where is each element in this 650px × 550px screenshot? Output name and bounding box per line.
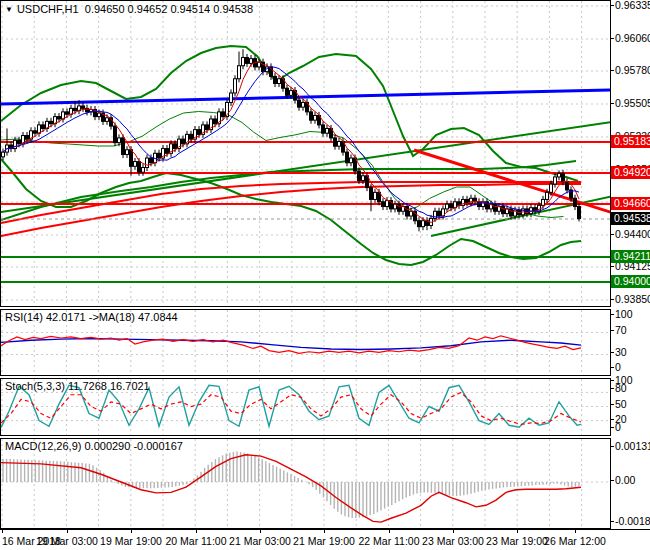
time-tick: [453, 530, 454, 533]
support-price-label: 0.94000: [611, 275, 650, 288]
rsi-indicator-panel[interactable]: RSI(14) 42.0171 ->MA(18) 47.0844: [0, 309, 611, 376]
time-tick-label: 22 Mar 11:00: [358, 535, 419, 547]
time-tick-label: 20 Mar 11:00: [165, 535, 226, 547]
price-tick-label: 0.96060: [615, 32, 650, 45]
price-axis[interactable]: 0.963350.960600.957800.955050.952300.949…: [611, 0, 650, 529]
rsi-scale-label: 100: [615, 308, 633, 321]
time-tick: [2, 530, 3, 533]
symbol-dropdown-icon[interactable]: ▼: [5, 5, 13, 14]
time-tick-label: 19 Mar 19:00: [100, 535, 162, 547]
time-tick-label: 23 Mar 19:00: [486, 535, 548, 547]
resistance-price-label: 0.95183: [611, 135, 650, 148]
macd-scale-label: -0.001867: [615, 515, 650, 528]
price-tick-label: 0.94400: [615, 228, 650, 241]
time-tick: [575, 530, 576, 533]
price-tick-label: 0.95780: [615, 64, 650, 77]
price-tick-label: 0.93850: [615, 293, 650, 306]
time-tick-label: 21 Mar 19:00: [293, 535, 355, 547]
time-tick-label: 26 Mar 12:00: [544, 535, 606, 547]
trading-chart-window: ▼USDCHF,H1 0.94650 0.94652 0.94514 0.945…: [0, 0, 650, 550]
rsi-label: RSI(14) 42.0171 ->MA(18) 47.0844: [5, 311, 178, 323]
time-tick-label: 21 Mar 03:00: [229, 535, 291, 547]
price-tick-label: 0.95505: [615, 97, 650, 110]
time-tick: [196, 530, 197, 533]
support-price-label: 0.94211: [611, 250, 650, 263]
time-axis[interactable]: 16 Mar 201819 Mar 03:0019 Mar 19:0020 Ma…: [0, 529, 650, 550]
macd-scale-label: 0.00: [615, 474, 635, 487]
main-chart-canvas[interactable]: [1, 1, 610, 306]
time-tick: [324, 530, 325, 533]
stochastic-label: Stoch(5,3,3) 11.7268 16.7021: [5, 380, 150, 392]
stoch-scale-label: 50: [615, 398, 627, 411]
time-tick: [517, 530, 518, 533]
resistance-price-label: 0.94660: [611, 197, 650, 210]
time-tick: [260, 530, 261, 533]
time-tick: [131, 530, 132, 533]
chart-title-symbol: USDCHF,H1: [17, 3, 79, 15]
chart-title: ▼USDCHF,H1 0.94650 0.94652 0.94514 0.945…: [5, 3, 253, 15]
stoch-scale-label: 80: [615, 382, 627, 395]
macd-scale-label: 0.001314: [615, 440, 650, 453]
stoch-scale-label: 0: [615, 421, 621, 434]
chart-title-ohlc: 0.94650 0.94652 0.94514 0.94538: [85, 3, 253, 15]
macd-canvas[interactable]: [1, 439, 610, 528]
rsi-scale-label: 70: [615, 324, 627, 337]
macd-label: MACD(12,26,9) 0.000290 -0.000167: [5, 440, 183, 452]
time-tick-label: 19 Mar 03:00: [36, 535, 98, 547]
resistance-price-label: 0.94920: [611, 166, 650, 179]
time-tick-label: 23 Mar 03:00: [422, 535, 484, 547]
price-tick-label: 0.96335: [615, 0, 650, 12]
macd-indicator-panel[interactable]: MACD(12,26,9) 0.000290 -0.000167: [0, 438, 611, 529]
current-price-label: 0.94538: [611, 212, 650, 225]
time-tick: [67, 530, 68, 533]
main-chart-panel[interactable]: ▼USDCHF,H1 0.94650 0.94652 0.94514 0.945…: [0, 0, 611, 307]
stochastic-indicator-panel[interactable]: Stoch(5,3,3) 11.7268 16.7021: [0, 378, 611, 436]
time-tick: [389, 530, 390, 533]
rsi-scale-label: 0: [615, 361, 621, 374]
rsi-scale-label: 30: [615, 346, 627, 359]
